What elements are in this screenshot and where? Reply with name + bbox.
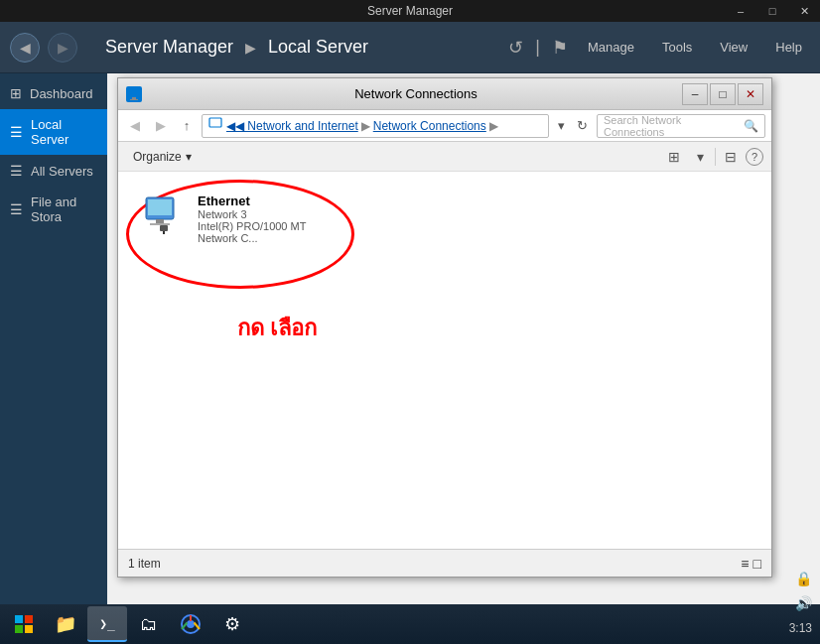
taskbar-chrome[interactable] (171, 606, 210, 642)
search-icon: 🔍 (744, 119, 758, 133)
bc-link2[interactable]: Network Connections (373, 119, 486, 133)
nc-search-box[interactable]: Search Network Connections 🔍 (597, 114, 765, 138)
close-button[interactable]: ✕ (788, 0, 820, 22)
dashboard-icon: ⊞ (10, 85, 22, 101)
nc-filelist: Ethernet Network 3 Intel(R) PRO/1000 MT … (118, 172, 771, 549)
view-grid-btn[interactable]: ⊞ (663, 146, 685, 168)
sidebar: ⊞ Dashboard ☰ Local Server ☰ All Servers… (0, 73, 107, 604)
taskbar-explorer[interactable]: 📁 (46, 606, 85, 642)
annotation-text: กด เลือก (237, 311, 317, 345)
file-storage-icon: ☰ (10, 201, 23, 217)
preview-btn[interactable]: ⊟ (720, 146, 742, 168)
item-count: 1 item (128, 557, 161, 571)
forward-button[interactable]: ▶ (48, 33, 77, 63)
nc-toolbar-right: ⊞ ▾ ⊟ ? (663, 146, 763, 168)
nc-fwd-btn[interactable]: ▶ (150, 115, 172, 137)
svg-rect-3 (209, 118, 221, 127)
menu-view[interactable]: View (712, 36, 755, 59)
svg-rect-7 (150, 223, 170, 225)
svg-rect-1 (132, 97, 136, 99)
nc-minimize-btn[interactable]: – (682, 83, 708, 105)
main-layout: ⊞ Dashboard ☰ Local Server ☰ All Servers… (0, 73, 820, 604)
taskbar-settings[interactable]: ⚙ (212, 606, 252, 642)
ethernet-item[interactable]: Ethernet Network 3 Intel(R) PRO/1000 MT … (134, 188, 333, 250)
nc-window-controls: – □ ✕ (682, 83, 763, 105)
nc-close-btn[interactable]: ✕ (738, 83, 763, 105)
nc-title-text: Network Connections (150, 86, 682, 101)
svg-rect-12 (15, 625, 23, 633)
ethernet-icon (140, 195, 188, 243)
start-button[interactable] (4, 606, 44, 642)
sidebar-label-dashboard: Dashboard (30, 86, 93, 101)
svg-rect-6 (156, 219, 164, 223)
nc-toolbar: Organize ▾ ⊞ ▾ ⊟ ? (118, 142, 771, 172)
nc-title-icon (126, 86, 142, 102)
help-btn[interactable]: ? (746, 148, 763, 166)
svg-rect-11 (25, 615, 33, 623)
search-placeholder-text: Search Network Connections (604, 114, 740, 138)
view-list-icon[interactable]: ≡ (741, 556, 749, 572)
taskbar-time: 3:13 (789, 620, 812, 637)
svg-rect-10 (15, 615, 23, 623)
bc-arrow2: ▶ (489, 119, 498, 133)
content-area: Network Connections – □ ✕ ◀ ▶ ↑ ◀◀ Netwo… (107, 73, 820, 604)
app-title: Server Manager (367, 4, 453, 18)
menu-tools[interactable]: Tools (654, 36, 700, 59)
menu-manage[interactable]: Manage (580, 36, 642, 59)
bc-icon (208, 117, 222, 134)
minimize-button[interactable]: – (725, 0, 756, 22)
nc-dropdown-btn[interactable]: ▾ (553, 115, 569, 137)
header-subtitle: Local Server (268, 37, 368, 58)
view-dropdown-btn[interactable]: ▾ (689, 146, 711, 168)
organize-button[interactable]: Organize ▾ (126, 147, 199, 167)
window-controls: – □ ✕ (725, 0, 820, 22)
flag-icon[interactable]: ⚑ (552, 37, 568, 59)
titlebar: Server Manager – □ ✕ (0, 0, 820, 22)
server-manager-header: ◀ ▶ Server Manager ▶ Local Server ↺ | ⚑ … (0, 22, 820, 73)
tray-volume-icon[interactable]: 🔊 (795, 594, 812, 614)
header-title: Server Manager (105, 37, 233, 58)
pipe-divider: | (535, 37, 540, 58)
view-tiles-icon[interactable]: □ (753, 556, 761, 572)
sidebar-item-dashboard[interactable]: ⊞ Dashboard (0, 77, 107, 109)
sidebar-label-all-servers: All Servers (31, 164, 93, 179)
svg-rect-0 (128, 88, 140, 97)
nc-statusbar: 1 item ≡ □ (118, 549, 771, 577)
taskbar: 📁 ❯_ 🗂 ⚙ 🔒 🔊 3:13 10/23 (0, 604, 820, 644)
breadcrumb-separator: ▶ (245, 40, 256, 56)
tray-network-icon[interactable]: 🔒 (795, 570, 812, 589)
taskbar-terminal[interactable]: ❯_ (87, 606, 127, 642)
bc-arrow: ▶ (361, 119, 370, 133)
nc-breadcrumb[interactable]: ◀◀ Network and Internet ▶ Network Connec… (202, 114, 549, 138)
ethernet-name: Ethernet (198, 193, 327, 208)
nc-addressbar: ◀ ▶ ↑ ◀◀ Network and Internet ▶ Network … (118, 110, 771, 142)
sidebar-label-local-server: Local Server (31, 117, 97, 147)
maximize-button[interactable]: □ (756, 0, 788, 22)
nc-up-btn[interactable]: ↑ (176, 115, 198, 137)
local-server-icon: ☰ (10, 124, 23, 140)
svg-rect-8 (160, 225, 168, 231)
ethernet-info: Ethernet Network 3 Intel(R) PRO/1000 MT … (198, 193, 327, 244)
sidebar-item-all-servers[interactable]: ☰ All Servers (0, 155, 107, 187)
taskbar-files2[interactable]: 🗂 (129, 606, 169, 642)
header-actions: ↺ | ⚑ Manage Tools View Help (508, 36, 810, 59)
bc-link1[interactable]: ◀◀ Network and Internet (226, 119, 358, 133)
nc-refresh-btn[interactable]: ↻ (571, 115, 593, 137)
menu-help[interactable]: Help (767, 36, 810, 59)
ethernet-sub2: Intel(R) PRO/1000 MT Network C... (198, 220, 327, 244)
back-button[interactable]: ◀ (10, 33, 40, 63)
refresh-icon[interactable]: ↺ (508, 37, 523, 59)
statusbar-views: ≡ □ (741, 556, 761, 572)
nc-titlebar: Network Connections – □ ✕ (118, 78, 771, 110)
ethernet-sub1: Network 3 (198, 208, 327, 220)
sidebar-item-file-storage[interactable]: ☰ File and Stora (0, 187, 107, 232)
nc-back-btn[interactable]: ◀ (124, 115, 146, 137)
sidebar-item-local-server[interactable]: ☰ Local Server (0, 109, 107, 155)
svg-rect-13 (25, 625, 33, 633)
svg-point-15 (187, 620, 195, 628)
svg-rect-2 (130, 99, 138, 100)
svg-rect-5 (148, 199, 172, 215)
nc-maximize-btn[interactable]: □ (710, 83, 736, 105)
separator (715, 148, 716, 166)
sidebar-label-file-storage: File and Stora (31, 194, 97, 224)
